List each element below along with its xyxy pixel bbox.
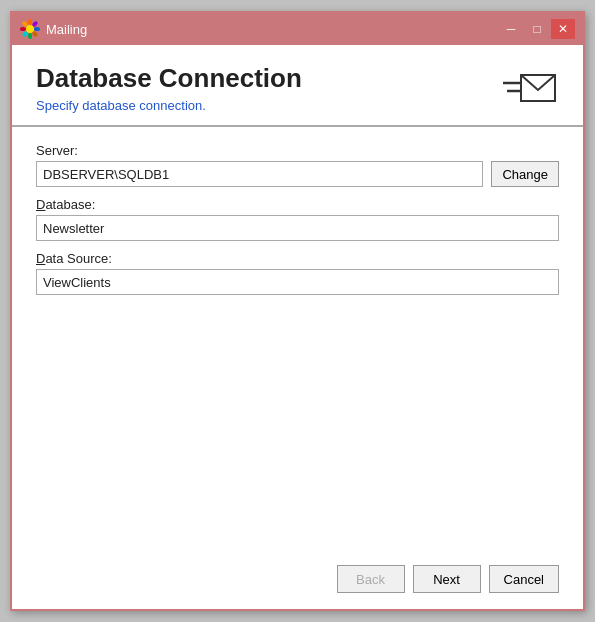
datasource-label: Data Source: [36,251,559,266]
database-label-underline: D [36,197,45,212]
window-title: Mailing [46,22,87,37]
svg-point-2 [28,33,32,39]
mail-icon [503,69,559,109]
header-text: Database Connection Specify database con… [36,63,302,113]
app-icon [20,19,40,39]
main-window: Mailing ─ □ ✕ Database Connection Specif… [10,11,585,611]
server-field-group: Server: Change [36,143,559,187]
database-input[interactable] [36,215,559,241]
header-icon [503,69,559,109]
server-label: Server: [36,143,559,158]
svg-point-1 [28,19,32,25]
section-divider [12,125,583,127]
datasource-row [36,269,559,295]
back-button[interactable]: Back [337,565,405,593]
form-section: Server: Change Database: Data Source: [12,143,583,553]
titlebar-buttons: ─ □ ✕ [499,19,575,39]
database-row [36,215,559,241]
titlebar: Mailing ─ □ ✕ [12,13,583,45]
datasource-label-text: ata Source: [45,251,112,266]
close-button[interactable]: ✕ [551,19,575,39]
header-section: Database Connection Specify database con… [12,45,583,125]
titlebar-left: Mailing [20,19,87,39]
svg-point-4 [34,27,40,31]
database-field-group: Database: [36,197,559,241]
database-label-text: atabase: [45,197,95,212]
datasource-label-underline: D [36,251,45,266]
datasource-input[interactable] [36,269,559,295]
content: Database Connection Specify database con… [12,45,583,609]
server-row: Change [36,161,559,187]
server-input[interactable] [36,161,483,187]
minimize-button[interactable]: ─ [499,19,523,39]
database-label: Database: [36,197,559,212]
next-button[interactable]: Next [413,565,481,593]
datasource-field-group: Data Source: [36,251,559,295]
page-subtitle: Specify database connection. [36,98,302,113]
footer: Back Next Cancel [12,553,583,609]
maximize-button[interactable]: □ [525,19,549,39]
page-title: Database Connection [36,63,302,94]
svg-point-0 [26,25,34,33]
cancel-button[interactable]: Cancel [489,565,559,593]
svg-point-3 [20,27,26,31]
change-button[interactable]: Change [491,161,559,187]
